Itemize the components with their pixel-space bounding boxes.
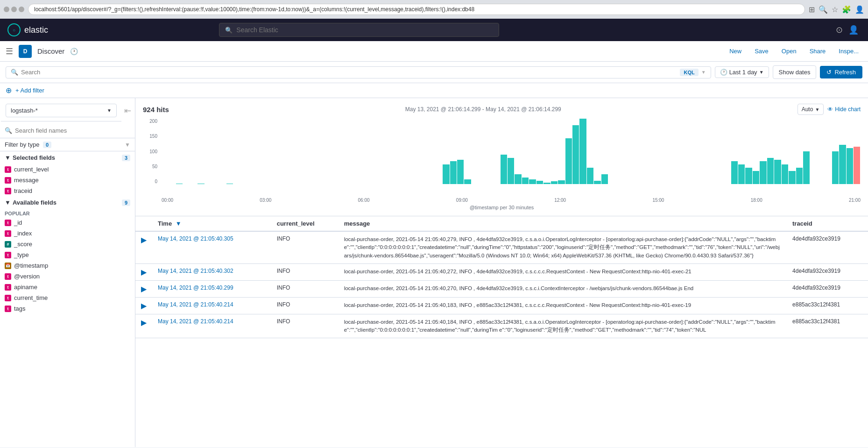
selected-fields-header[interactable]: ▼ Selected fields 3 — [0, 151, 135, 164]
back-button[interactable] — [4, 7, 9, 12]
filter-circle-icon[interactable]: ⊕ — [6, 86, 12, 95]
show-dates-button[interactable]: Show dates — [773, 65, 817, 79]
available-field-type[interactable]: t _type — [0, 249, 135, 260]
refresh-button[interactable]: ↺ Refresh — [820, 66, 862, 78]
expand-cell[interactable]: ▶ — [135, 231, 152, 263]
address-bar[interactable]: localhost:5601/app/discover#/?_g=(filter… — [28, 4, 805, 15]
available-field-timestamp[interactable]: 📅 @timestamp — [0, 260, 135, 271]
field-type-t: t — [5, 284, 11, 291]
expand-cell[interactable]: ▶ — [135, 297, 152, 314]
filter-type-chevron[interactable]: ▼ — [125, 142, 130, 148]
add-filter-button[interactable]: + Add filter — [15, 87, 44, 94]
settings-icon[interactable]: ⊙ — [834, 23, 845, 37]
query-input[interactable] — [21, 69, 677, 76]
kql-badge[interactable]: KQL — [680, 69, 698, 76]
refresh-icon: ↺ — [826, 69, 832, 76]
selected-field-message[interactable]: t message — [0, 175, 135, 185]
traceid-col-header[interactable]: traceid — [787, 216, 868, 231]
share-button[interactable]: Share — [806, 46, 830, 57]
selected-fields-title: ▼ Selected fields — [5, 154, 55, 161]
index-pattern-select[interactable]: logstash-* ▼ — [6, 104, 117, 117]
chart-bar — [579, 119, 586, 184]
message-cell: local-purchase-order, 2021-05-14 21:05:4… — [339, 263, 787, 280]
chart-bar — [443, 164, 449, 184]
available-field-apiname[interactable]: t apiname — [0, 282, 135, 292]
global-search-input[interactable] — [236, 26, 493, 34]
extensions-icon[interactable]: ⊞ — [809, 5, 815, 14]
chart-bar — [738, 164, 745, 184]
field-type-t: t — [5, 220, 11, 226]
chart-bar — [782, 164, 788, 184]
hide-chart-button[interactable]: 👁 Hide chart — [827, 106, 861, 113]
available-field-current-time[interactable]: t current_time — [0, 292, 135, 303]
chart-bar — [839, 145, 846, 184]
chart-bar — [198, 184, 204, 184]
field-type-t: t — [5, 230, 11, 237]
discover-app-icon[interactable]: D — [19, 45, 32, 58]
message-col-header[interactable]: message — [339, 216, 787, 231]
selected-field-traceid[interactable]: t traceid — [0, 185, 135, 196]
expand-cell[interactable]: ▶ — [135, 280, 152, 297]
app-header: ○ elastic 🔍 ⊙ 👤 — [0, 19, 868, 41]
available-field-index[interactable]: t _index — [0, 228, 135, 239]
available-fields-list: t _id t _index # _score t _type 📅 @ti — [0, 217, 135, 314]
chart-bar — [832, 151, 839, 184]
time-sort-icon: ▼ — [176, 220, 182, 227]
user-icon[interactable]: 👤 — [847, 23, 861, 37]
forward-button[interactable] — [11, 7, 17, 12]
field-type-t: t — [5, 177, 11, 184]
open-button[interactable]: Open — [778, 46, 800, 57]
level-cell: INFO — [271, 314, 339, 338]
search-input-wrap[interactable]: 🔍 — [219, 23, 499, 37]
available-field-id[interactable]: t _id — [0, 217, 135, 228]
kql-chevron[interactable]: ▼ — [701, 70, 706, 75]
expand-cell[interactable]: ▶ — [135, 263, 152, 280]
query-input-wrap[interactable]: 🔍 KQL ▼ — [6, 66, 711, 78]
new-button[interactable]: New — [726, 46, 745, 57]
history-icon[interactable]: 🕐 — [70, 48, 78, 55]
selected-field-current-level[interactable]: t current_level — [0, 164, 135, 175]
time-picker[interactable]: 🕐 Last 1 day ▼ — [715, 66, 769, 78]
interval-select[interactable]: Auto ▼ — [797, 104, 824, 115]
field-type-date: 📅 — [5, 263, 11, 269]
filter-by-type[interactable]: Filter by type 0 ▼ — [0, 138, 135, 151]
available-field-version[interactable]: t @version — [0, 271, 135, 282]
field-type-t: t — [5, 306, 11, 312]
results-table: Time ▼ current_level message traceid ▶ M… — [135, 216, 868, 338]
field-name-id: _id — [14, 219, 22, 226]
available-fields-header[interactable]: ▼ Available fields 9 — [0, 196, 135, 209]
chart-bar — [565, 138, 572, 184]
sidebar-search[interactable]: 🔍 — [0, 123, 135, 138]
sidebar-collapse-icon[interactable]: ⇤ — [121, 106, 134, 116]
expand-cell[interactable]: ▶ — [135, 314, 152, 338]
field-name-current-level: current_level — [14, 166, 49, 173]
chart-bar — [558, 180, 565, 184]
time-col-header[interactable]: Time ▼ — [152, 216, 271, 231]
y-label-100: 100 — [143, 149, 159, 154]
level-col-header[interactable]: current_level — [271, 216, 339, 231]
time-cell: May 14, 2021 @ 21:05:40.302 — [152, 263, 271, 280]
chart-header: 924 hits May 13, 2021 @ 21:06:14.299 - M… — [143, 104, 861, 115]
x-label-0900: 09:00 — [456, 198, 468, 203]
field-type-t: t — [5, 252, 11, 258]
table-row: ▶ May 14, 2021 @ 21:05:40.299 INFO local… — [135, 280, 868, 297]
inspect-button[interactable]: Inspe... — [835, 46, 862, 57]
reload-button[interactable] — [19, 7, 24, 12]
global-search[interactable]: 🔍 — [219, 23, 499, 37]
save-button[interactable]: Save — [751, 46, 772, 57]
field-search-input[interactable] — [15, 127, 130, 134]
hamburger-menu[interactable]: ☰ — [6, 46, 13, 57]
x-label-1200: 12:00 — [554, 198, 566, 203]
zoom-icon[interactable]: 🔍 — [819, 5, 828, 14]
refresh-label: Refresh — [834, 69, 856, 76]
available-field-tags[interactable]: t tags — [0, 303, 135, 314]
chart-bar — [551, 181, 557, 184]
time-cell: May 14, 2021 @ 21:05:40.214 — [152, 314, 271, 338]
y-label-0: 0 — [143, 179, 159, 184]
selected-fields-count: 3 — [122, 155, 130, 161]
available-field-score[interactable]: # _score — [0, 239, 135, 249]
puzzle-icon[interactable]: 🧩 — [842, 5, 851, 14]
field-name-tags: tags — [14, 305, 26, 312]
account-icon[interactable]: 👤 — [855, 5, 864, 14]
star-icon[interactable]: ☆ — [832, 5, 838, 14]
